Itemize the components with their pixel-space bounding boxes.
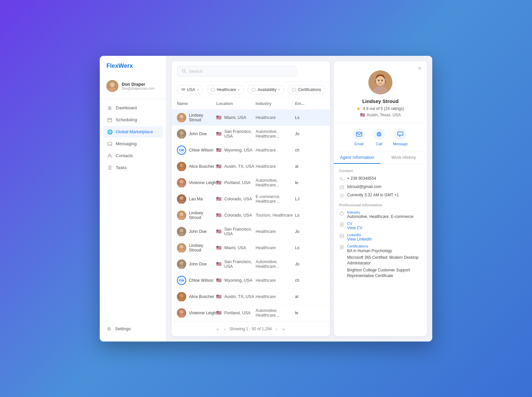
filter-label: Certifications: [298, 87, 321, 92]
table-row[interactable]: Lindsey Stroud 🇺🇸 Miami, USA Healthcare …: [172, 110, 330, 126]
filter-certifications[interactable]: ◯ Certifications: [288, 85, 325, 94]
filter-label: USA: [187, 87, 195, 92]
svg-line-10: [185, 72, 186, 73]
cell-em: Ls: [295, 246, 325, 250]
email-button[interactable]: Email: [353, 128, 365, 146]
industry-content: Industry Automotive, Healthcare, E-comme…: [347, 210, 413, 219]
prev-page-button[interactable]: ‹: [223, 326, 227, 332]
table-row[interactable]: Vivienne Leigh 🇺🇸 Portland, USA Automoti…: [172, 305, 330, 321]
chevron-down-icon: ▾: [278, 88, 280, 91]
row-avatar: CW: [177, 146, 186, 155]
table-row[interactable]: John Doe 🇺🇸 San Francisco, USA Healthcar…: [172, 224, 330, 240]
cell-name: CW Chloe Wilson: [177, 146, 216, 155]
next-page-button[interactable]: ›: [274, 326, 278, 332]
table-row[interactable]: Alice Buscher 🇺🇸 Austin, TX, USA Healthc…: [172, 289, 330, 305]
scheduling-icon: [107, 117, 112, 123]
cell-name: CW Chloe Wilson: [177, 276, 216, 285]
row-avatar: [177, 243, 186, 252]
industry-row: Industry Automotive, Healthcare, E-comme…: [339, 210, 422, 219]
cell-location: 🇺🇸 Portland, USA: [216, 310, 255, 315]
tab-agent-information[interactable]: Agent Information: [334, 151, 380, 164]
sidebar-item-contacts[interactable]: Contacts: [103, 150, 163, 161]
svg-point-21: [180, 180, 184, 183]
call-label: Call: [376, 142, 382, 146]
linkedin-link[interactable]: View LinkedIn: [347, 237, 372, 242]
flag-icon: 🇺🇸: [216, 310, 221, 315]
cert-item-2: Brighton College Customer Support Repres…: [347, 267, 422, 279]
certifications-content: Certifications BA in Human Psychology Mi…: [347, 244, 422, 280]
table-row[interactable]: CW Chloe Wilson 🇺🇸 Wyoming, USA Healthca…: [172, 272, 330, 289]
cell-em: Jo: [295, 132, 325, 136]
message-label: Message: [393, 142, 408, 146]
table-row[interactable]: Lindsey Stroud 🇺🇸 Miami, USA Healthcare …: [172, 240, 330, 256]
email-info-icon: [339, 185, 344, 190]
table-row[interactable]: Alice Buscher 🇺🇸 Austin, TX, USA Healthc…: [172, 158, 330, 175]
phone-row: + 238 90348554: [339, 176, 422, 182]
cv-content: CV View CV: [347, 222, 362, 230]
search-input[interactable]: [189, 69, 292, 74]
table-row[interactable]: Vivienne Leigh 🇺🇸 Portland, USA Automoti…: [172, 175, 330, 191]
linkedin-row: LinkedIn View LinkedIn: [339, 233, 422, 242]
svg-point-54: [381, 79, 383, 81]
sidebar-item-scheduling[interactable]: Scheduling: [103, 114, 163, 126]
email-text: lstroud@gmail.com: [347, 184, 381, 189]
table-row[interactable]: CW Chloe Wilson 🇺🇸 Wyoming, USA Healthca…: [172, 142, 330, 158]
last-page-button[interactable]: »: [281, 326, 286, 332]
svg-point-30: [180, 229, 184, 232]
call-button[interactable]: Call: [373, 128, 385, 146]
user-info: Don Draper Don@drapercorp.com: [122, 82, 155, 90]
sidebar: FlexWerx Don Draper Don@drapercorp.com ⊞…: [100, 56, 166, 342]
search-bar: [172, 61, 330, 82]
first-page-button[interactable]: «: [215, 326, 220, 332]
sidebar-item-messaging[interactable]: Messaging: [103, 138, 163, 149]
flag-icon: 🇺🇸: [216, 164, 221, 169]
filter-usa[interactable]: 🗺 USA ▾: [177, 85, 203, 94]
cv-link[interactable]: View CV: [347, 226, 362, 230]
sidebar-item-marketplace[interactable]: 🌐 Global Marketplace: [103, 126, 163, 138]
person-name: Lindsey Stroud: [189, 113, 216, 122]
col-name: Name: [177, 101, 216, 106]
filter-availability[interactable]: ◯ Availability ▾: [247, 85, 284, 94]
table-row[interactable]: John Doe 🇺🇸 San Francisco, USA Automotiv…: [172, 126, 330, 142]
cell-location: 🇺🇸 San Francisco, USA: [216, 259, 255, 269]
map-icon: 🗺: [181, 88, 185, 92]
sidebar-item-tasks[interactable]: ☰ Tasks: [103, 162, 163, 173]
table-row[interactable]: Lindsey Stroud 🇺🇸 Colorado, USA Tourism,…: [172, 207, 330, 224]
cell-location: 🇺🇸 Wyoming, USA: [216, 278, 255, 283]
sidebar-item-settings[interactable]: ⚙ Settings: [100, 323, 166, 335]
table-row[interactable]: John Doe 🇺🇸 San Francisco, USA Automotiv…: [172, 256, 330, 272]
phone-icon: [339, 176, 344, 182]
table-panel: 🗺 USA ▾ ◯ Healthcare ▾ ◯ Availability ▾: [172, 61, 330, 336]
filter-healthcare[interactable]: ◯ Healthcare ▾: [206, 85, 244, 94]
message-button[interactable]: Message: [393, 128, 408, 146]
close-button[interactable]: ✕: [416, 65, 423, 72]
cv-row: CV View CV: [339, 222, 422, 230]
info-body: Contact + 238 90348554: [334, 164, 427, 336]
cell-location: 🇺🇸 Austin, TX, USA: [216, 294, 255, 299]
industry-value: Automotive, Healthcare, E-commerce: [347, 214, 413, 219]
location-text: Wyoming, USA: [224, 278, 252, 283]
cell-em: LJ: [295, 197, 325, 201]
col-industry: Industry: [256, 101, 295, 106]
certifications-row: Certifications BA in Human Psychology Mi…: [339, 244, 422, 280]
person-name: Vivienne Leigh: [189, 180, 216, 185]
table-row[interactable]: Lau Ma 🇺🇸 Colorado, USA E-commerce, Heal…: [172, 191, 330, 207]
cell-name: Lindsey Stroud: [177, 243, 216, 252]
tab-work-history[interactable]: Work History: [380, 151, 427, 164]
location-text: Miami, USA: [224, 246, 246, 250]
cell-em: ch: [295, 148, 325, 152]
row-avatar: [177, 227, 186, 236]
flag-icon: 🇺🇸: [216, 261, 221, 266]
row-avatar: [177, 211, 186, 220]
sidebar-item-label: Dashboard: [116, 105, 137, 110]
filter-label: Healthcare: [217, 87, 236, 92]
data-table: Name Location Industry Em... Lindsey Str…: [172, 98, 330, 322]
linkedin-label: LinkedIn: [347, 233, 372, 237]
cv-label: CV: [347, 222, 362, 226]
location-text: Wyoming, USA: [224, 148, 252, 152]
cell-industry: Automotive, Healthcare...: [256, 308, 295, 318]
sidebar-item-dashboard[interactable]: ⊞ Dashboard: [103, 102, 163, 114]
svg-point-36: [180, 261, 184, 265]
flag-icon: 🇺🇸: [216, 196, 221, 201]
content-area: 🗺 USA ▾ ◯ Healthcare ▾ ◯ Availability ▾: [166, 56, 432, 342]
